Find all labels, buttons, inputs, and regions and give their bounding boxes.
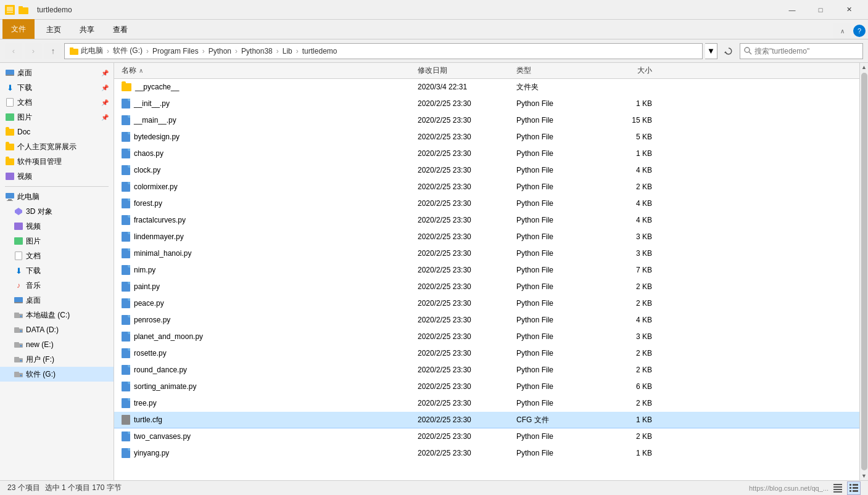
sidebar-item-homepage[interactable]: 个人主页宽屏展示: [0, 139, 114, 154]
tab-view[interactable]: 查看: [104, 20, 137, 39]
view-list-button[interactable]: [847, 481, 861, 495]
table-row[interactable]: two_canvases.py 2020/2/25 23:30 Python F…: [114, 428, 859, 445]
table-row[interactable]: __init__.py 2020/2/25 23:30 Python File …: [114, 96, 859, 112]
table-row[interactable]: bytedesign.py 2020/2/25 23:30 Python Fil…: [114, 129, 859, 145]
py-file-icon: [122, 332, 130, 342]
minimize-button[interactable]: —: [778, 0, 806, 20]
file-name-cell: nim.py: [122, 265, 418, 275]
file-type-cell: 文件夹: [516, 82, 603, 92]
file-list: __pycache__ 2020/3/4 22:31 文件夹 __init__.…: [114, 79, 859, 480]
sidebar-item-drive-f[interactable]: 用户 (F:): [0, 352, 114, 367]
col-header-type[interactable]: 类型: [516, 65, 603, 76]
table-row[interactable]: lindenmayer.py 2020/2/25 23:30 Python Fi…: [114, 229, 859, 245]
table-row[interactable]: nim.py 2020/2/25 23:30 Python File 7 KB: [114, 262, 859, 279]
search-box[interactable]: [740, 43, 863, 59]
sidebar-item-projectmgmt[interactable]: 软件项目管理: [0, 154, 114, 169]
file-name-cell: turtle.cfg: [122, 415, 418, 425]
sidebar-item-thispc[interactable]: 此电脑: [0, 189, 114, 204]
table-row[interactable]: forest.py 2020/2/25 23:30 Python File 4 …: [114, 195, 859, 212]
ribbon-tabs: 文件 主页 共享 查看 ∧ ?: [0, 20, 868, 39]
file-date-cell: 2020/2/25 23:30: [418, 366, 516, 374]
table-row[interactable]: __main__.py 2020/2/25 23:30 Python File …: [114, 112, 859, 129]
table-row[interactable]: fractalcurves.py 2020/2/25 23:30 Python …: [114, 212, 859, 229]
maximize-button[interactable]: □: [806, 0, 835, 20]
sidebar-item-doc[interactable]: Doc: [0, 125, 114, 139]
up-button[interactable]: ↑: [44, 43, 62, 59]
table-row[interactable]: peace.py 2020/2/25 23:30 Python File 2 K…: [114, 295, 859, 312]
refresh-button[interactable]: [720, 43, 737, 59]
sidebar-item-pictures[interactable]: 图片 📌: [0, 110, 114, 125]
sidebar-item-drive-g[interactable]: 软件 (G:): [0, 367, 114, 382]
scrollbar-area[interactable]: ▲ ▼: [859, 63, 868, 480]
help-button[interactable]: ?: [853, 25, 866, 37]
sidebar-item-dl[interactable]: ⬇ 下载: [0, 263, 114, 278]
address-box[interactable]: 此电脑 › 软件 (G:) › Program Files › Python ›…: [64, 43, 703, 59]
table-row[interactable]: planet_and_moon.py 2020/2/25 23:30 Pytho…: [114, 329, 859, 345]
sidebar-item-desktop2[interactable]: 桌面: [0, 293, 114, 308]
table-row[interactable]: chaos.py 2020/2/25 23:30 Python File 1 K…: [114, 145, 859, 162]
tab-share[interactable]: 共享: [70, 20, 104, 39]
table-row[interactable]: tree.py 2020/2/25 23:30 Python File 2 KB: [114, 395, 859, 412]
table-row[interactable]: colormixer.py 2020/2/25 23:30 Python Fil…: [114, 179, 859, 195]
forward-button[interactable]: ›: [25, 43, 42, 59]
sidebar-item-documents[interactable]: 文档 📌: [0, 95, 114, 110]
search-input[interactable]: [754, 47, 859, 55]
table-row[interactable]: penrose.py 2020/2/25 23:30 Python File 4…: [114, 312, 859, 329]
table-row[interactable]: paint.py 2020/2/25 23:30 Python File 2 K…: [114, 279, 859, 295]
sidebar-item-video[interactable]: 视频: [0, 219, 114, 234]
breadcrumb-programfiles[interactable]: Program Files: [152, 47, 199, 55]
table-row[interactable]: turtle.cfg 2020/2/25 23:30 CFG 文件 1 KB: [114, 412, 859, 428]
scroll-down-button[interactable]: ▼: [860, 472, 869, 480]
file-name-label: __init__.py: [134, 99, 170, 108]
file-size-cell: 5 KB: [603, 133, 652, 141]
scroll-up-button[interactable]: ▲: [860, 63, 869, 72]
breadcrumb-lib[interactable]: Lib: [283, 47, 292, 55]
video-sidebar-icon: [14, 221, 23, 231]
table-row[interactable]: __pycache__ 2020/3/4 22:31 文件夹: [114, 79, 859, 96]
file-type-cell: Python File: [516, 149, 603, 158]
tab-file[interactable]: 文件: [2, 19, 35, 39]
table-row[interactable]: yinyang.py 2020/2/25 23:30 Python File 1…: [114, 445, 859, 462]
py-file-icon: [122, 165, 130, 175]
table-row[interactable]: clock.py 2020/2/25 23:30 Python File 4 K…: [114, 162, 859, 179]
table-row[interactable]: rosette.py 2020/2/25 23:30 Python File 2…: [114, 345, 859, 362]
breadcrumb-turtledemo[interactable]: turtledemo: [302, 47, 337, 55]
selected-info: 选中 1 个项目 170 字节: [45, 483, 122, 493]
sidebar-item-pics[interactable]: 图片: [0, 234, 114, 248]
sidebar-item-drive-d[interactable]: DATA (D:): [0, 322, 114, 337]
file-type-cell: CFG 文件: [516, 415, 603, 425]
sidebar-item-video-qa[interactable]: 视频: [0, 169, 114, 184]
sidebar-item-3dobjects[interactable]: 3D 对象: [0, 204, 114, 219]
view-details-button[interactable]: [831, 481, 845, 495]
tab-home[interactable]: 主页: [37, 20, 70, 39]
sidebar-item-docs[interactable]: 文档: [0, 248, 114, 263]
breadcrumb-python38[interactable]: Python38: [241, 47, 273, 55]
close-button[interactable]: ✕: [835, 0, 863, 20]
col-header-date[interactable]: 修改日期: [418, 65, 516, 76]
breadcrumb-drive[interactable]: 软件 (G:): [113, 46, 143, 56]
scrollbar-thumb[interactable]: [861, 73, 867, 470]
table-row[interactable]: round_dance.py 2020/2/25 23:30 Python Fi…: [114, 362, 859, 378]
sidebar-item-desktop[interactable]: 桌面 📌: [0, 65, 114, 80]
file-name-cell: fractalcurves.py: [122, 215, 418, 225]
col-header-size[interactable]: 大小: [603, 65, 652, 76]
breadcrumb-thispc[interactable]: 此电脑: [81, 46, 103, 56]
svg-rect-29: [833, 484, 842, 485]
table-row[interactable]: minimal_hanoi.py 2020/2/25 23:30 Python …: [114, 245, 859, 262]
sidebar-item-downloads[interactable]: ⬇ 下载 📌: [0, 80, 114, 95]
sidebar-item-drive-c[interactable]: 本地磁盘 (C:): [0, 308, 114, 322]
address-dropdown[interactable]: ▼: [705, 43, 717, 59]
back-button[interactable]: ‹: [5, 43, 22, 59]
file-name-label: forest.py: [134, 199, 162, 208]
sidebar-item-music[interactable]: ♪ 音乐: [0, 278, 114, 293]
table-row[interactable]: sorting_animate.py 2020/2/25 23:30 Pytho…: [114, 378, 859, 395]
file-name-label: rosette.py: [134, 349, 167, 358]
ribbon-collapse-button[interactable]: ∧: [833, 23, 851, 39]
file-size-cell: 4 KB: [603, 199, 652, 208]
sidebar-divider-1: [5, 186, 109, 187]
breadcrumb-python[interactable]: Python: [209, 47, 231, 55]
file-name-label: lindenmayer.py: [134, 232, 184, 241]
col-header-name[interactable]: 名称 ∧: [122, 65, 418, 76]
folder-icon: [19, 5, 28, 15]
sidebar-item-drive-e[interactable]: new (E:): [0, 337, 114, 352]
